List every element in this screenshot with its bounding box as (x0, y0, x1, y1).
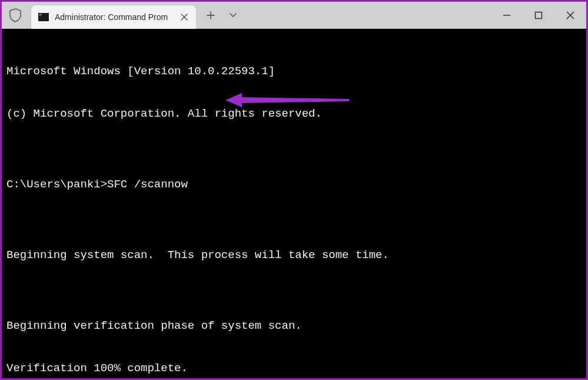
output-line: Microsoft Windows [Version 10.0.22593.1] (6, 64, 582, 78)
svg-rect-0 (536, 12, 542, 18)
output-line: Beginning system scan. This process will… (6, 248, 582, 262)
output-line: Verification 100% complete. (6, 361, 582, 375)
terminal-content[interactable]: Microsoft Windows [Version 10.0.22593.1]… (2, 29, 586, 378)
tab-close-button[interactable] (176, 9, 192, 25)
tab-dropdown-button[interactable] (222, 5, 244, 26)
minimize-button[interactable] (491, 2, 523, 28)
titlebar-drag-region[interactable] (244, 2, 491, 28)
close-button[interactable] (554, 2, 586, 28)
new-tab-button[interactable] (200, 5, 222, 26)
terminal-window: Administrator: Command Prom (2, 2, 586, 378)
prompt-line: C:\Users\panki>SFC /scannow (6, 177, 582, 191)
cmd-icon (38, 13, 49, 21)
tab-title: Administrator: Command Prom (55, 12, 172, 22)
shield-icon (8, 8, 23, 23)
output-line: Beginning verification phase of system s… (6, 319, 582, 333)
titlebar-left: Administrator: Command Prom (2, 2, 244, 28)
tab-actions (196, 5, 244, 26)
active-tab[interactable]: Administrator: Command Prom (31, 5, 196, 29)
window-controls (491, 2, 586, 28)
titlebar: Administrator: Command Prom (2, 2, 586, 29)
maximize-button[interactable] (523, 2, 554, 28)
svg-marker-1 (225, 93, 349, 107)
output-line: (c) Microsoft Corporation. All rights re… (6, 107, 582, 121)
